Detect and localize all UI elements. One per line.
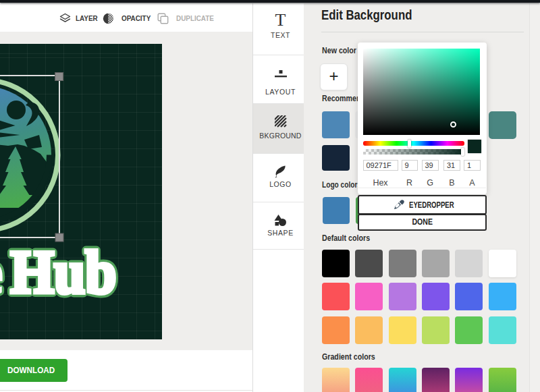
svg-text:e: e	[0, 239, 2, 306]
svg-text:Hub: Hub	[11, 239, 117, 306]
